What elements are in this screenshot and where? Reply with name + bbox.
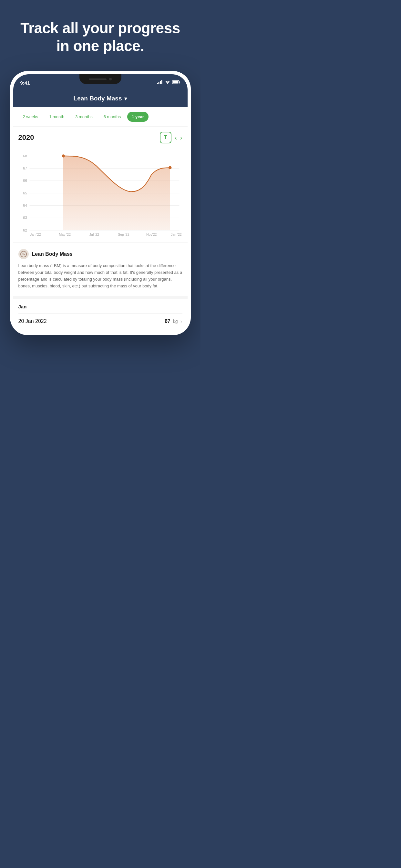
svg-rect-5 xyxy=(173,81,178,84)
entry-date: 20 Jan 2022 xyxy=(19,318,47,324)
lean-body-mass-icon xyxy=(19,249,29,259)
info-header: Lean Body Mass xyxy=(19,249,182,259)
table-view-icon[interactable]: T xyxy=(160,132,172,144)
chart-svg-wrapper: 68 67 66 65 64 63 62 xyxy=(19,148,182,240)
entry-value-wrapper: 67 kg › xyxy=(165,318,182,325)
svg-text:63: 63 xyxy=(23,216,27,220)
svg-text:Jul '22: Jul '22 xyxy=(89,233,99,237)
signal-icon xyxy=(157,80,163,85)
svg-text:66: 66 xyxy=(23,179,27,183)
chart-point-start xyxy=(62,155,65,158)
hero-title: Track all your progress in one place. xyxy=(19,20,181,55)
svg-text:Nov'22: Nov'22 xyxy=(146,233,157,237)
entry-value: 67 xyxy=(165,318,171,324)
filter-6months[interactable]: 6 months xyxy=(99,112,125,122)
svg-text:Jan '22: Jan '22 xyxy=(30,233,41,237)
svg-rect-6 xyxy=(180,82,180,83)
hero-section: Track all your progress in one place. xyxy=(0,0,201,71)
time-filter-bar: 2 weeks 1 month 3 months 6 months 1 year xyxy=(13,107,188,127)
data-month-label: Jan xyxy=(19,304,182,309)
svg-text:Jan '22: Jan '22 xyxy=(171,233,182,237)
filter-1month[interactable]: 1 month xyxy=(44,112,69,122)
battery-icon xyxy=(173,80,181,85)
filter-3months[interactable]: 3 months xyxy=(71,112,97,122)
chart-header: 2020 T ‹ › xyxy=(19,132,182,144)
wifi-icon xyxy=(165,80,171,85)
dropdown-arrow-icon[interactable]: ▾ xyxy=(124,96,127,102)
svg-rect-0 xyxy=(157,83,158,84)
status-bar: 9:41 xyxy=(13,74,188,91)
chart-svg: 68 67 66 65 64 63 62 xyxy=(19,148,182,238)
svg-rect-1 xyxy=(158,82,159,84)
phone-mockup: 9:41 xyxy=(10,71,191,335)
svg-text:May '22: May '22 xyxy=(59,233,71,237)
svg-text:62: 62 xyxy=(23,228,27,232)
filter-2weeks[interactable]: 2 weeks xyxy=(19,112,43,122)
chart-next-button[interactable]: › xyxy=(180,134,182,142)
svg-text:Sep '22: Sep '22 xyxy=(118,233,129,237)
info-body: Lean body mass (LBM) is a measure of bod… xyxy=(19,262,182,289)
svg-text:68: 68 xyxy=(23,154,27,158)
chevron-right-icon: › xyxy=(181,318,182,325)
chart-prev-button[interactable]: ‹ xyxy=(175,134,177,142)
data-entries-section: Jan 20 Jan 2022 67 kg › xyxy=(13,296,188,332)
info-section: Lean Body Mass Lean body mass (LBM) is a… xyxy=(13,242,188,296)
chart-area-fill xyxy=(63,156,170,230)
chart-controls: T ‹ › xyxy=(160,132,182,144)
info-title: Lean Body Mass xyxy=(32,251,73,257)
svg-rect-3 xyxy=(161,80,162,84)
screen-title: Lean Body Mass xyxy=(73,95,122,102)
svg-text:64: 64 xyxy=(23,204,27,208)
chart-section: 2020 T ‹ › 68 67 66 65 64 63 62 xyxy=(13,127,188,242)
status-time: 9:41 xyxy=(20,80,30,86)
notch-pill xyxy=(89,79,106,80)
notch xyxy=(80,74,121,84)
entry-unit: kg xyxy=(173,319,178,324)
chart-year: 2020 xyxy=(19,133,34,142)
phone-screen: 9:41 xyxy=(13,74,188,332)
table-row[interactable]: 20 Jan 2022 67 kg › xyxy=(19,313,182,330)
app-header-title-row[interactable]: Lean Body Mass ▾ xyxy=(20,95,181,102)
filter-1year[interactable]: 1 year xyxy=(127,112,149,122)
svg-text:65: 65 xyxy=(23,191,27,195)
svg-rect-2 xyxy=(160,81,161,85)
svg-text:67: 67 xyxy=(23,166,27,170)
status-icons xyxy=(157,80,181,85)
notch-camera xyxy=(109,78,112,81)
app-header: Lean Body Mass ▾ xyxy=(13,91,188,107)
chart-point-end xyxy=(168,166,172,169)
